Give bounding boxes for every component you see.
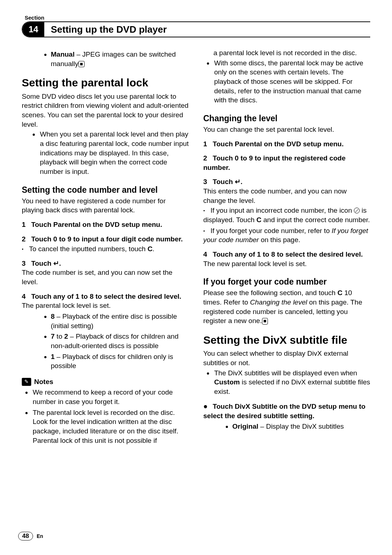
note-2: The parental lock level is recorded on t… xyxy=(32,408,189,445)
section-label: Section xyxy=(25,15,370,21)
notes-label: Notes xyxy=(34,377,53,387)
divx-bullet: The DivX subtitles will be displayed eve… xyxy=(213,368,370,396)
heading-divx: Setting the DivX subtitle file xyxy=(203,333,370,348)
page-footer: 48 En xyxy=(18,532,43,540)
cstep-4-body: The new parental lock level is set. xyxy=(203,259,370,269)
stop-icon: ■ xyxy=(262,318,268,324)
divx-step: ●Touch DivX Subtitle on the DVD setup me… xyxy=(203,401,370,421)
note-2-cont: a parental lock level is not recorded in… xyxy=(203,48,370,58)
cstep-2: 2Touch 0 to 9 to input the registered co… xyxy=(203,154,370,172)
pencil-icon: ✎ xyxy=(22,378,31,386)
page-number: 48 xyxy=(18,532,33,540)
enter-icon: ↵ xyxy=(235,178,241,185)
chapter-header: 14 Setting up the DVD player xyxy=(22,21,370,37)
divx-intro: You can select whether to display DivX e… xyxy=(203,349,370,367)
level-1: 1 – Playback of discs for children only … xyxy=(51,352,189,371)
cstep-3-body: This enters the code number, and you can… xyxy=(203,187,370,205)
step-3: 3Touch ↵. xyxy=(22,259,189,268)
chapter-number: 14 xyxy=(23,22,44,37)
right-column: a parental lock level is not recorded in… xyxy=(203,48,370,446)
step-2: 2Touch 0 to 9 to input a four digit code… xyxy=(22,234,189,244)
level-7-2: 7 to 2 – Playback of discs for children … xyxy=(51,332,189,350)
stop-icon: ■ xyxy=(78,61,84,67)
step-1: 1Touch Parental on the DVD setup menu. xyxy=(22,220,189,229)
language-code: En xyxy=(37,533,43,539)
cstep-3: 3Touch ↵. xyxy=(203,177,370,187)
step-3-body: The code number is set, and you can now … xyxy=(22,268,189,286)
change-intro: You can change the set parental lock lev… xyxy=(203,125,370,134)
parental-intro: Some DVD video discs let you use parenta… xyxy=(22,92,189,129)
parental-note-bullet: When you set a parental lock level and t… xyxy=(39,130,189,176)
notes-header: ✎ Notes xyxy=(22,377,189,387)
manual-bullet: Manual – JPEG images can be switched man… xyxy=(51,50,189,68)
heading-parental-lock: Setting the parental lock xyxy=(22,76,189,90)
level-8: 8 – Playback of the entire disc is possi… xyxy=(51,312,189,330)
code-intro: You need to have registered a code numbe… xyxy=(22,196,189,215)
step-4: 4Touch any of 1 to 8 to select the desir… xyxy=(22,292,189,301)
prohibit-icon xyxy=(354,208,360,213)
divx-original: Original – Display the DivX subtitles xyxy=(232,422,370,431)
enter-icon: ↵ xyxy=(53,260,59,267)
cstep-1: 1Touch Parental on the DVD setup menu. xyxy=(203,139,370,149)
chapter-title: Setting up the DVD player xyxy=(44,24,167,35)
heading-forget-code: If you forget your code number xyxy=(203,276,370,287)
manual-label: Manual xyxy=(51,50,74,58)
forget-body: Please see the following section, and to… xyxy=(203,288,370,326)
step-2-sub: To cancel the inputted numbers, touch C. xyxy=(22,244,189,254)
csub-2: If you forget your code number, refer to… xyxy=(203,226,370,245)
step-4-body: The parental lock level is set. xyxy=(22,301,189,310)
note-1: We recommend to keep a record of your co… xyxy=(32,388,189,406)
csub-1: If you input an incorrect code number, t… xyxy=(203,206,370,224)
heading-changing-level: Changing the level xyxy=(203,113,370,124)
heading-code-level: Setting the code number and level xyxy=(22,184,189,196)
filled-circle-icon: ● xyxy=(203,401,213,411)
cstep-4: 4Touch any of 1 to 8 to select the desir… xyxy=(203,250,370,259)
note-3: With some discs, the parental lock may b… xyxy=(213,58,370,105)
left-column: Manual – JPEG images can be switched man… xyxy=(22,48,189,446)
